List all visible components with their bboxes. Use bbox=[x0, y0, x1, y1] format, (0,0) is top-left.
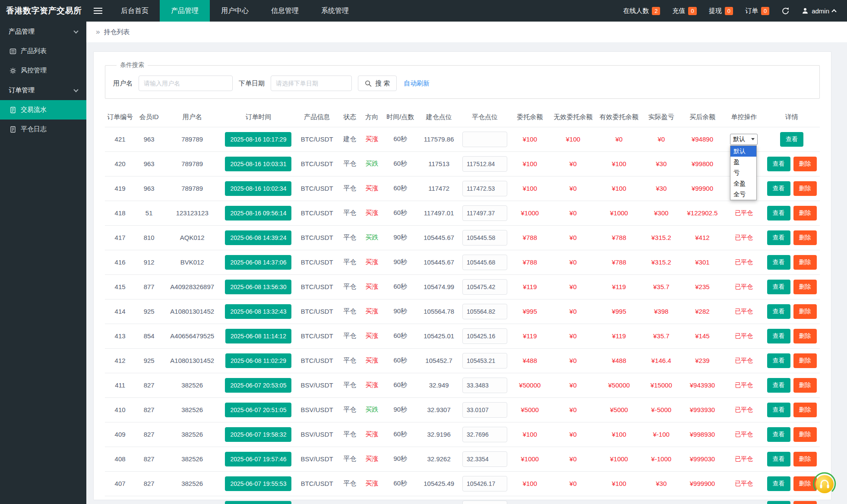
view-button[interactable]: 查看 bbox=[767, 255, 790, 270]
view-button[interactable]: 查看 bbox=[767, 181, 790, 196]
close-point-input[interactable] bbox=[462, 132, 507, 147]
dropdown-option[interactable]: 全盈 bbox=[730, 178, 756, 189]
view-button[interactable]: 查看 bbox=[767, 501, 790, 504]
control-cell: 已平仓 bbox=[724, 447, 764, 471]
view-button[interactable]: 查看 bbox=[767, 157, 790, 171]
view-button[interactable]: 查看 bbox=[767, 304, 790, 319]
delete-button[interactable]: 删除 bbox=[793, 181, 817, 196]
top-stat[interactable]: 在线人数2 bbox=[623, 7, 660, 15]
delete-button[interactable]: 删除 bbox=[793, 501, 817, 504]
close-point-input[interactable] bbox=[462, 230, 507, 246]
auto-refresh-link[interactable]: 自动刷新 bbox=[404, 79, 430, 88]
order-time-button[interactable]: 2025-06-07 20:51:05 bbox=[225, 403, 291, 417]
sidebar-item-平仓日志[interactable]: 平仓日志 bbox=[0, 120, 86, 139]
close-point-input[interactable] bbox=[462, 328, 507, 344]
close-point-input[interactable] bbox=[462, 427, 507, 442]
top-stat[interactable]: 充值0 bbox=[672, 7, 696, 15]
dropdown-option[interactable]: 全亏 bbox=[730, 189, 756, 200]
view-button[interactable]: 查看 bbox=[780, 132, 803, 147]
order-time-button[interactable]: 2025-06-08 14:39:24 bbox=[225, 230, 291, 245]
view-button[interactable]: 查看 bbox=[767, 329, 790, 343]
order-id-cell: 411 bbox=[105, 373, 135, 397]
control-select-box[interactable]: 默认 bbox=[730, 134, 758, 145]
top-nav-item[interactable]: 用户中心 bbox=[210, 0, 260, 22]
view-button[interactable]: 查看 bbox=[767, 476, 790, 491]
order-time-button[interactable]: 2025-08-16 10:17:29 bbox=[225, 132, 291, 147]
user-menu[interactable]: admin bbox=[802, 7, 836, 15]
delete-button[interactable]: 删除 bbox=[793, 353, 817, 368]
close-point-input[interactable] bbox=[462, 304, 507, 319]
view-button[interactable]: 查看 bbox=[767, 452, 790, 466]
sidebar-item-产品列表[interactable]: 产品列表 bbox=[0, 41, 86, 61]
delete-button[interactable]: 删除 bbox=[793, 255, 817, 270]
order-time-button[interactable]: 2025-06-08 13:56:30 bbox=[225, 280, 291, 294]
order-time-button[interactable]: 2025-06-07 18:37:07 bbox=[225, 501, 291, 504]
order-time-button[interactable]: 2025-06-08 14:37:06 bbox=[225, 255, 291, 270]
delete-button[interactable]: 删除 bbox=[793, 378, 817, 393]
close-point-input[interactable] bbox=[462, 476, 507, 491]
close-point-input[interactable] bbox=[462, 501, 507, 504]
close-point-input[interactable] bbox=[462, 279, 507, 295]
order-time-button[interactable]: 2025-06-08 13:32:43 bbox=[225, 304, 291, 319]
close-point-input[interactable] bbox=[462, 205, 507, 221]
top-stat[interactable]: 提现0 bbox=[709, 7, 733, 15]
view-button[interactable]: 查看 bbox=[767, 206, 790, 220]
close-point-input[interactable] bbox=[462, 378, 507, 393]
view-button[interactable]: 查看 bbox=[767, 403, 790, 417]
dropdown-option[interactable]: 亏 bbox=[730, 167, 756, 178]
search-button[interactable]: 搜 索 bbox=[358, 76, 397, 91]
username-input[interactable] bbox=[139, 76, 233, 91]
product-list-icon bbox=[9, 48, 16, 55]
delete-button[interactable]: 删除 bbox=[793, 403, 817, 417]
delete-button[interactable]: 删除 bbox=[793, 304, 817, 319]
view-button[interactable]: 查看 bbox=[767, 353, 790, 368]
sidebar: 产品管理产品列表风控管理订单管理交易流水平仓日志 bbox=[0, 22, 86, 504]
close-point-input[interactable] bbox=[462, 156, 507, 172]
close-point-input[interactable] bbox=[462, 255, 507, 270]
view-button[interactable]: 查看 bbox=[767, 427, 790, 442]
hamburger-menu-icon[interactable] bbox=[86, 0, 110, 22]
sidebar-item-风控管理[interactable]: 风控管理 bbox=[0, 61, 86, 80]
order-time-button[interactable]: 2025-06-07 20:53:05 bbox=[225, 378, 291, 393]
top-nav-item[interactable]: 后台首页 bbox=[110, 0, 160, 22]
order-time-button[interactable]: 2025-06-07 19:58:32 bbox=[225, 427, 291, 442]
view-button[interactable]: 查看 bbox=[767, 230, 790, 245]
close-point-input[interactable] bbox=[462, 353, 507, 369]
view-button[interactable]: 查看 bbox=[767, 280, 790, 294]
top-stat[interactable]: 订单0 bbox=[745, 7, 769, 15]
top-nav-item[interactable]: 信息管理 bbox=[260, 0, 310, 22]
close-point-input[interactable] bbox=[462, 451, 507, 467]
username-cell: A10801301452 bbox=[163, 299, 221, 324]
order-time-button[interactable]: 2025-08-16 10:02:34 bbox=[225, 181, 291, 196]
sidebar-group-产品管理[interactable]: 产品管理 bbox=[0, 22, 86, 41]
order-time-button[interactable]: 2025-06-07 19:55:53 bbox=[225, 476, 291, 491]
sidebar-item-交易流水[interactable]: 交易流水 bbox=[0, 100, 86, 120]
floating-service-button[interactable] bbox=[812, 471, 838, 497]
delete-button[interactable]: 删除 bbox=[793, 157, 817, 171]
close-point-input[interactable] bbox=[462, 181, 507, 196]
control-select[interactable]: 默认默认盈亏全盈全亏 bbox=[730, 134, 758, 145]
invalid-entrust-balance-cell: ¥0 bbox=[550, 151, 596, 176]
delete-button[interactable]: 删除 bbox=[793, 329, 817, 343]
delete-button[interactable]: 删除 bbox=[793, 452, 817, 466]
order-time-button[interactable]: 2025-08-16 09:56:14 bbox=[225, 206, 291, 220]
top-nav-item[interactable]: 产品管理 bbox=[160, 0, 210, 22]
top-nav-item[interactable]: 系统管理 bbox=[310, 0, 360, 22]
dropdown-option[interactable]: 盈 bbox=[730, 157, 756, 167]
sidebar-group-订单管理[interactable]: 订单管理 bbox=[0, 80, 86, 100]
order-date-input[interactable] bbox=[271, 76, 352, 91]
order-time-button[interactable]: 2025-06-08 11:02:29 bbox=[225, 353, 291, 368]
order-time-button[interactable]: 2025-06-07 19:57:46 bbox=[225, 452, 291, 466]
column-header: 用户名 bbox=[163, 108, 221, 127]
control-cell: 已平仓 bbox=[724, 201, 764, 225]
dropdown-option[interactable]: 默认 bbox=[730, 146, 756, 157]
delete-button[interactable]: 删除 bbox=[793, 206, 817, 220]
delete-button[interactable]: 删除 bbox=[793, 427, 817, 442]
close-point-input[interactable] bbox=[462, 402, 507, 418]
order-time-button[interactable]: 2025-08-16 10:03:31 bbox=[225, 157, 291, 171]
refresh-icon[interactable] bbox=[781, 7, 790, 15]
delete-button[interactable]: 删除 bbox=[793, 280, 817, 294]
view-button[interactable]: 查看 bbox=[767, 378, 790, 393]
delete-button[interactable]: 删除 bbox=[793, 230, 817, 245]
order-time-button[interactable]: 2025-06-08 11:14:12 bbox=[225, 329, 291, 343]
